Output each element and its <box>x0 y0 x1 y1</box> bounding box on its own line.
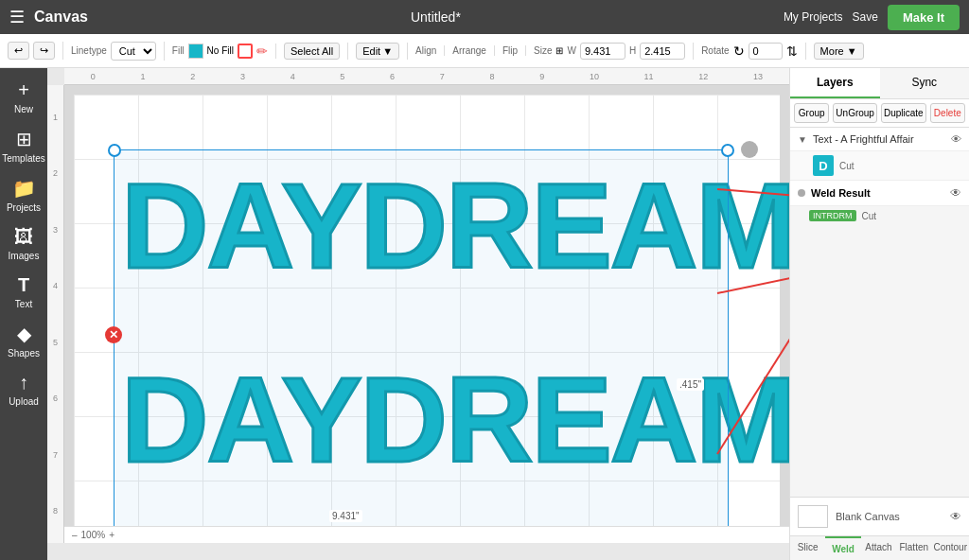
tab-layers[interactable]: Layers <box>790 68 880 98</box>
panel-tabs: Layers Sync <box>790 68 969 99</box>
projects-icon: 📁 <box>12 177 36 200</box>
sidebar-item-projects-label: Projects <box>7 202 41 213</box>
layer-sub-item-d[interactable]: D Cut <box>790 151 969 181</box>
sidebar-item-upload[interactable]: ↑ Upload <box>3 366 44 412</box>
redo-button[interactable]: ↪ <box>33 42 55 60</box>
arrange-label: Arrange <box>452 45 486 56</box>
expand-triangle-icon: ▼ <box>798 134 807 145</box>
pencil-icon[interactable]: ✏ <box>256 44 268 59</box>
layer-name-frightful: Text - A Frightful Affair <box>813 133 945 145</box>
sidebar-item-templates-label: Templates <box>2 153 45 164</box>
edit-button[interactable]: Edit ▼ <box>356 43 399 60</box>
zoom-controls: – 100% + <box>72 530 115 540</box>
weld-cut-label: Cut <box>862 211 877 221</box>
ruler-vertical: 1 2 3 4 5 6 7 8 <box>47 85 64 543</box>
images-icon: 🖼 <box>14 226 33 248</box>
select-all-button[interactable]: Select All <box>284 43 340 60</box>
weld-sub-item[interactable]: INTRDRM Cut <box>790 206 969 225</box>
sidebar-item-new[interactable]: + New <box>3 74 44 120</box>
tab-sync[interactable]: Sync <box>880 68 970 98</box>
duplicate-button[interactable]: Duplicate <box>881 103 926 123</box>
ruler-h-inner: 0 1 2 3 4 5 6 7 8 9 10 11 12 13 <box>64 72 789 81</box>
bottom-bar: – 100% + <box>64 526 789 543</box>
no-fill-label: No Fill <box>207 45 234 56</box>
linetype-label: Linetype <box>71 45 107 56</box>
more-button[interactable]: More ▼ <box>814 43 864 60</box>
doc-title: Untitled* <box>97 9 774 25</box>
stroke-color-swatch[interactable] <box>238 44 253 59</box>
left-sidebar: + New ⊞ Templates 📁 Projects 🖼 Images T … <box>0 68 47 560</box>
panel-actions: Group UnGroup Duplicate Delete <box>790 99 969 128</box>
main-area: + New ⊞ Templates 📁 Projects 🖼 Images T … <box>0 68 969 560</box>
sidebar-item-templates[interactable]: ⊞ Templates <box>3 122 44 169</box>
layer-weld-result[interactable]: Weld Result 👁 <box>790 181 969 206</box>
sidebar-item-shapes-label: Shapes <box>8 348 40 359</box>
eye-icon-frightful[interactable]: 👁 <box>951 133 961 145</box>
layer-item-text-frightful[interactable]: ▼ Text - A Frightful Affair 👁 <box>790 128 969 151</box>
sidebar-item-images[interactable]: 🖼 Images <box>3 220 44 267</box>
linetype-group: Linetype Cut <box>71 42 165 61</box>
make-it-button[interactable]: Make It <box>888 5 960 30</box>
rotate-input[interactable] <box>749 43 783 60</box>
templates-icon: ⊞ <box>16 128 32 150</box>
ruler-horizontal: 0 1 2 3 4 5 6 7 8 9 10 11 12 13 <box>64 68 789 85</box>
fill-group: Fill No Fill ✏ <box>172 44 276 59</box>
sidebar-item-text-label: Text <box>15 299 32 309</box>
sidebar-item-text[interactable]: T Text <box>3 269 44 315</box>
flip-group: Flip <box>502 45 526 56</box>
flip-label: Flip <box>502 45 518 56</box>
arrange-group: Arrange <box>452 45 495 56</box>
canvas-text-daydream-top: DAYDREAM <box>121 156 789 295</box>
text-icon: T <box>18 274 29 296</box>
ungroup-button[interactable]: UnGroup <box>833 103 877 123</box>
sidebar-item-new-label: New <box>14 104 33 114</box>
delete-button[interactable]: Delete <box>930 103 965 123</box>
tab-contour[interactable]: Contour <box>931 536 969 560</box>
menu-icon[interactable]: ☰ <box>9 7 25 27</box>
fill-label: Fill <box>172 45 185 56</box>
linetype-select[interactable]: Cut <box>111 42 156 61</box>
sidebar-item-projects[interactable]: 📁 Projects <box>3 171 44 219</box>
canvas-area[interactable]: 0 1 2 3 4 5 6 7 8 9 10 11 12 13 1 2 3 <box>47 68 789 560</box>
align-group: Align <box>415 45 445 56</box>
edit-group: Edit ▼ <box>356 43 408 60</box>
blank-canvas-row: Blank Canvas 👁 <box>790 497 969 535</box>
select-all-group: Select All <box>284 43 348 60</box>
right-panel: Layers Sync Group UnGroup Duplicate Dele… <box>789 68 969 560</box>
blank-canvas-eye-icon[interactable]: 👁 <box>950 510 961 523</box>
weld-result-name: Weld Result <box>811 187 944 199</box>
fill-color-swatch[interactable] <box>188 44 203 59</box>
ruler-v-inner: 1 2 3 4 5 6 7 8 <box>47 85 63 543</box>
width-label: W <box>567 45 575 56</box>
layer-cut-label: Cut <box>839 161 854 171</box>
rotate-arrows-icon: ⇅ <box>786 44 798 59</box>
my-projects-button[interactable]: My Projects <box>784 10 843 24</box>
canvas-content[interactable]: DAYDREAM DAYDREAM ✕ 9.431" .415" <box>64 85 789 543</box>
rotate-label: Rotate <box>701 45 729 56</box>
size-label: Size <box>534 45 552 56</box>
new-icon: + <box>18 79 29 101</box>
tab-flatten[interactable]: Flatten <box>896 536 931 560</box>
eye-icon-weld[interactable]: 👁 <box>950 186 961 200</box>
group-button[interactable]: Group <box>794 103 829 123</box>
canvas-text-daydream-bottom: DAYDREAM <box>121 350 789 489</box>
blank-canvas-thumb <box>798 505 828 528</box>
save-button[interactable]: Save <box>853 10 878 24</box>
height-input[interactable] <box>640 43 685 60</box>
shapes-icon: ◆ <box>17 323 31 345</box>
undo-button[interactable]: ↩ <box>8 42 29 60</box>
app-title: Canvas <box>34 9 88 26</box>
layer-thumb-d: D <box>813 155 834 176</box>
sidebar-item-upload-label: Upload <box>9 396 39 407</box>
sidebar-item-shapes[interactable]: ◆ Shapes <box>3 317 44 364</box>
width-input[interactable] <box>580 43 625 60</box>
zoom-in-icon[interactable]: + <box>109 530 115 540</box>
blank-canvas-label: Blank Canvas <box>836 511 943 522</box>
tab-attach[interactable]: Attach <box>861 536 896 560</box>
sidebar-item-images-label: Images <box>9 251 40 261</box>
tab-slice[interactable]: Slice <box>790 536 825 560</box>
zoom-level: 100% <box>81 530 106 540</box>
topbar: ☰ Canvas Untitled* My Projects Save Make… <box>0 0 969 34</box>
zoom-out-icon[interactable]: – <box>72 530 78 540</box>
tab-weld[interactable]: Weld <box>825 536 860 560</box>
